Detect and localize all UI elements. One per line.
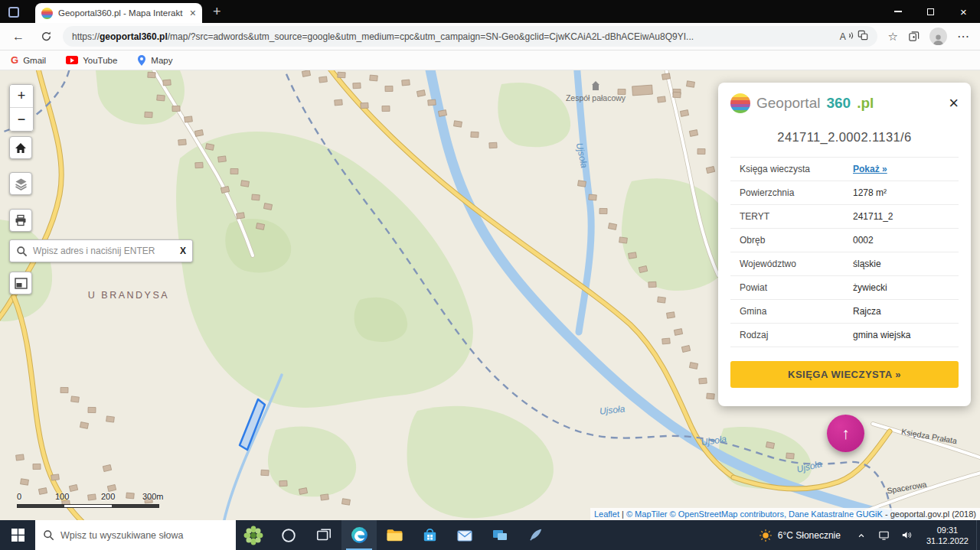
row-ksiega: Księga wieczysta Pokaż » (730, 158, 959, 181)
cortana-button[interactable] (271, 520, 306, 550)
map-viewport: U BRANDYSA Zespół pałacowy Ujsoła Ujsoła… (0, 70, 980, 520)
tray-network-button[interactable] (873, 520, 896, 550)
map-label-area: U BRANDYSA (88, 290, 169, 301)
pokaz-link[interactable]: Pokaż » (853, 164, 887, 174)
home-icon (15, 142, 27, 154)
edge-icon (350, 526, 369, 545)
screenshot-tool-button[interactable] (9, 272, 32, 295)
map-label-palace: Zespół pałacowy (566, 93, 626, 103)
print-button[interactable] (9, 209, 32, 232)
taskbar-search-input[interactable] (60, 530, 228, 541)
flower-icon (243, 526, 263, 545)
monitors-app-button[interactable] (482, 520, 518, 550)
row-obreb: Obręb 0002 (730, 229, 959, 252)
map-attribution: Leaflet | © MapTiler © OpenStreetMap con… (590, 508, 980, 520)
close-panel-button[interactable]: × (949, 95, 959, 112)
scale-bar (17, 504, 159, 508)
credits-link[interactable]: © MapTiler © OpenStreetMap contributors,… (626, 509, 883, 519)
brand-360: 360 (826, 95, 851, 112)
weather-widget[interactable]: 6°C Słonecznie (750, 520, 850, 550)
zoom-out-button[interactable]: − (10, 108, 33, 131)
display-icon (877, 529, 890, 542)
brand-pl: .pl (857, 95, 874, 112)
translate-button[interactable] (858, 30, 868, 43)
refresh-button[interactable] (35, 26, 57, 47)
system-tray: 6°C Słonecznie 09:31 (750, 520, 980, 550)
start-button[interactable] (0, 520, 35, 550)
tray-volume-button[interactable] (896, 520, 919, 550)
nav-icon-group: ☆ ⋯ (888, 28, 969, 45)
layers-icon (15, 177, 28, 190)
geoportal-logo-icon (730, 93, 750, 113)
file-explorer-button[interactable] (377, 520, 412, 550)
taskbar-search[interactable] (35, 520, 236, 550)
pen-app-button[interactable] (518, 520, 553, 550)
parcel-attributes: Księga wieczysta Pokaż » Powierzchnia 12… (730, 157, 959, 347)
weather-text: 6°C Słonecznie (778, 530, 841, 541)
browser-menu-button[interactable]: ⋯ (957, 29, 969, 44)
clock[interactable]: 09:31 31.12.2022 (919, 525, 976, 546)
map-pin-icon (137, 55, 146, 66)
browser-tab-bar: Geoportal360.pl - Mapa Interakt × + × (0, 0, 980, 23)
tab-title: Geoportal360.pl - Mapa Interakt (58, 8, 185, 18)
bookmark-mapy[interactable]: Mapy (137, 55, 172, 66)
layers-button[interactable] (9, 172, 32, 195)
scroll-top-fab[interactable]: ↑ (827, 415, 864, 452)
window-close-button[interactable]: × (947, 0, 980, 23)
zoom-control: + − (9, 84, 34, 132)
row-rodzaj: Rodzaj gmina wiejska (730, 324, 959, 347)
back-button[interactable]: ← (8, 26, 29, 47)
taskbar-search-icon (43, 529, 54, 541)
tray-chevron-button[interactable] (850, 520, 873, 550)
read-aloud-waves-icon (848, 31, 854, 40)
bookmark-gmail[interactable]: G Gmail (11, 54, 46, 66)
clear-search-button[interactable]: X (180, 246, 186, 256)
parcel-info-panel: Geoportal360.pl × 241711_2.0002.1131/6 K… (718, 83, 971, 406)
zoom-in-button[interactable]: + (10, 85, 33, 108)
maximize-button[interactable] (914, 0, 947, 23)
store-icon (421, 526, 439, 544)
row-wojewodztwo: Województwo śląskie (730, 252, 959, 276)
parcel-id: 241711_2.0002.1131/6 (718, 130, 971, 145)
gmail-icon: G (11, 54, 18, 66)
profile-avatar[interactable] (929, 28, 947, 45)
ksiega-wieczysta-button[interactable]: KSIĘGA WIECZYSTA » (730, 361, 959, 388)
tab-actions-icon[interactable] (8, 7, 19, 18)
store-app-button[interactable] (412, 520, 447, 550)
leaflet-link[interactable]: Leaflet (594, 509, 619, 519)
flower-app-button[interactable] (236, 520, 271, 550)
task-view-button[interactable] (306, 520, 341, 550)
address-bar[interactable]: https://geoportal360.pl/map/?src=adwords… (63, 26, 877, 47)
folder-icon (385, 526, 404, 545)
browser-nav-bar: ← https://geoportal360.pl/map/?src=adwor… (0, 23, 980, 50)
bookmark-youtube[interactable]: YouTube (66, 56, 117, 65)
url-path: /map/?src=adwords&utm_source=google&utm_… (168, 31, 694, 42)
new-tab-button[interactable]: + (213, 4, 221, 20)
youtube-icon (66, 56, 78, 64)
browser-tab[interactable]: Geoportal360.pl - Mapa Interakt × (35, 3, 202, 23)
url-domain: geoportal360.pl (100, 31, 168, 42)
url-scheme: https:// (72, 31, 100, 42)
minimize-button[interactable] (881, 0, 914, 23)
clock-date: 31.12.2022 (926, 535, 969, 546)
windows-logo-icon (11, 529, 24, 542)
task-view-icon (315, 527, 332, 544)
home-button[interactable] (9, 136, 32, 159)
address-search: X (9, 239, 193, 262)
refresh-icon (41, 31, 52, 42)
show-desktop-button[interactable] (976, 520, 980, 550)
tab-close-button[interactable]: × (190, 8, 196, 18)
row-teryt: TERYT 241711_2 (730, 205, 959, 229)
printer-icon (15, 214, 27, 226)
edge-app-button[interactable] (341, 520, 377, 550)
mail-app-button[interactable] (447, 520, 482, 550)
read-aloud-button[interactable]: A (840, 31, 854, 42)
taskbar: 6°C Słonecznie 09:31 (0, 520, 980, 550)
collections-button[interactable] (908, 31, 920, 42)
address-search-input[interactable] (33, 246, 175, 256)
cortana-icon (280, 527, 297, 544)
window-controls: × (881, 0, 980, 23)
favorites-button[interactable]: ☆ (888, 30, 898, 44)
feather-icon (527, 526, 544, 544)
collections-icon (908, 31, 920, 42)
